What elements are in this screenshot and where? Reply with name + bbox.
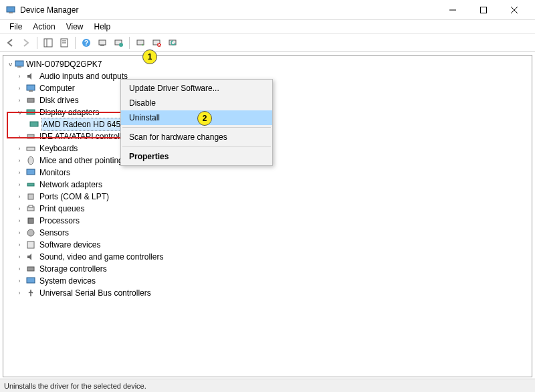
help-button[interactable]: ? [79, 35, 94, 50]
expander-closed-icon[interactable]: › [15, 193, 23, 201]
expander-closed-icon[interactable]: › [15, 157, 23, 165]
svg-rect-1 [9, 12, 13, 13]
menu-view[interactable]: View [61, 21, 89, 33]
tree-item[interactable]: ›Monitors [3, 167, 532, 179]
back-button[interactable] [3, 35, 17, 50]
update-driver-button[interactable] [111, 35, 126, 50]
expander-open-icon[interactable]: ⅴ [6, 60, 14, 68]
svg-rect-34 [27, 183, 34, 186]
svg-rect-38 [28, 218, 33, 223]
svg-rect-3 [481, 7, 487, 13]
expander-closed-icon[interactable]: › [15, 205, 23, 213]
forward-button[interactable] [19, 35, 33, 50]
expander-closed-icon[interactable]: › [15, 265, 23, 273]
menu-file[interactable]: File [4, 21, 27, 33]
toolbar-separator [75, 37, 76, 49]
scan-changes-button[interactable] [165, 35, 180, 50]
ctx-update-driver[interactable]: Update Driver Software... [121, 81, 272, 96]
svg-rect-40 [27, 241, 34, 248]
svg-rect-23 [15, 61, 23, 66]
tree-item[interactable]: ›System devices [3, 275, 532, 287]
tree-item[interactable]: ›Sensors [3, 227, 532, 239]
minimize-button[interactable] [437, 0, 468, 20]
disk-icon [25, 95, 36, 106]
tree-item[interactable]: ›Software devices [3, 239, 532, 251]
expander-closed-icon[interactable]: › [15, 132, 23, 140]
menu-action[interactable]: Action [27, 21, 60, 33]
svg-point-16 [119, 43, 123, 47]
enable-button[interactable] [133, 35, 148, 50]
tree-item[interactable]: ›Processors [3, 215, 532, 227]
tree-item[interactable]: ›Sound, video and game controllers [3, 251, 532, 263]
menu-help[interactable]: Help [89, 21, 116, 33]
root-label: WIN-O079DQ2GPK7 [25, 58, 103, 70]
tree-item[interactable]: ›Ports (COM & LPT) [3, 191, 532, 203]
expander-closed-icon[interactable]: › [15, 84, 23, 92]
properties-button[interactable] [57, 35, 72, 50]
mouse-icon [25, 155, 36, 166]
svg-rect-42 [27, 278, 35, 283]
svg-text:?: ? [84, 39, 88, 47]
ctx-scan[interactable]: Scan for hardware changes [121, 130, 272, 144]
display-adapter-icon [25, 107, 36, 118]
expander-closed-icon[interactable]: › [15, 289, 23, 297]
ports-icon [25, 191, 36, 202]
svg-rect-33 [27, 169, 35, 175]
storage-icon [25, 264, 36, 274]
sensor-icon [25, 227, 36, 238]
computer-icon [25, 83, 36, 94]
svg-rect-0 [7, 7, 15, 12]
expander-closed-icon[interactable]: › [15, 72, 23, 80]
toolbar: ? [0, 33, 535, 52]
software-icon [25, 239, 36, 250]
tree-item[interactable]: ›Universal Serial Bus controllers [3, 287, 532, 299]
close-button[interactable] [499, 0, 530, 20]
menu-bar: File Action View Help [0, 20, 535, 33]
expander-open-icon[interactable]: ⅴ [15, 108, 23, 116]
expander-closed-icon[interactable]: › [15, 217, 23, 225]
uninstall-button[interactable] [149, 35, 164, 50]
ctx-disable[interactable]: Disable [121, 96, 272, 110]
context-menu: Update Driver Software... Disable Uninst… [120, 79, 273, 166]
audio-icon [25, 71, 36, 82]
svg-point-32 [28, 157, 33, 165]
svg-rect-25 [27, 85, 35, 90]
printer-icon [25, 203, 36, 214]
maximize-button[interactable] [468, 0, 499, 20]
ctx-uninstall[interactable]: Uninstall [121, 110, 272, 125]
expander-closed-icon[interactable]: › [15, 241, 23, 249]
svg-rect-27 [27, 98, 34, 102]
network-icon [25, 179, 36, 190]
keyboard-icon [25, 143, 36, 154]
ide-icon [25, 131, 36, 142]
usb-icon [25, 288, 36, 298]
tree-root[interactable]: ⅴ WIN-O079DQ2GPK7 [3, 58, 532, 70]
window-controls [437, 0, 530, 20]
expander-closed-icon[interactable]: › [15, 144, 23, 153]
svg-rect-41 [27, 267, 34, 271]
expander-closed-icon[interactable]: › [15, 229, 23, 237]
expander-closed-icon[interactable]: › [15, 253, 23, 261]
device-manager-icon [5, 5, 16, 15]
tree-item[interactable]: ›Print queues [3, 203, 532, 215]
expander-closed-icon[interactable]: › [15, 96, 23, 104]
ctx-properties[interactable]: Properties [121, 149, 272, 164]
ctx-separator [122, 127, 271, 128]
svg-rect-17 [137, 40, 144, 45]
expander-closed-icon[interactable]: › [15, 277, 23, 285]
tree-item[interactable]: ›Network adapters [3, 179, 532, 191]
toolbar-separator [129, 37, 130, 49]
computer-icon [14, 59, 25, 70]
svg-rect-24 [17, 66, 21, 68]
expander-closed-icon[interactable]: › [15, 169, 23, 177]
scan-hardware-button[interactable] [95, 35, 110, 50]
svg-rect-6 [44, 39, 52, 47]
svg-rect-13 [99, 40, 106, 45]
svg-rect-28 [27, 110, 35, 114]
tree-item[interactable]: ›Storage controllers [3, 263, 532, 275]
svg-rect-29 [30, 122, 38, 126]
svg-rect-26 [29, 90, 33, 92]
sound-icon [25, 252, 36, 262]
show-hide-tree-button[interactable] [41, 35, 56, 50]
expander-closed-icon[interactable]: › [15, 181, 23, 189]
